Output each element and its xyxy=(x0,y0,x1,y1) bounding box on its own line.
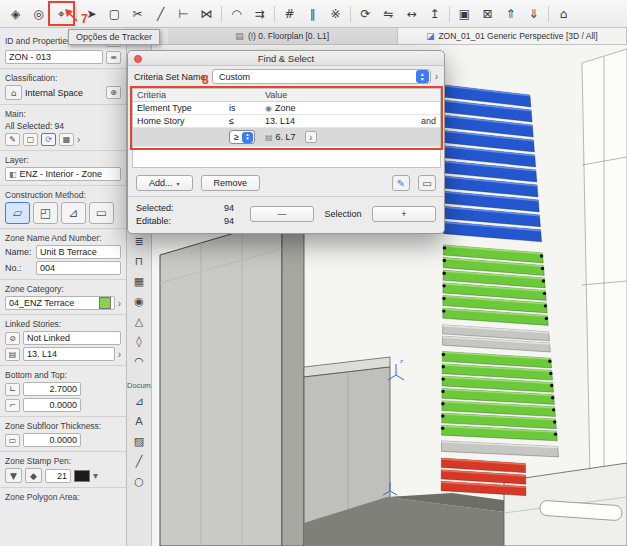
stamp-pen-caret-icon[interactable]: ▾ xyxy=(93,470,98,481)
stamp-pen-style-icon[interactable]: ▼ xyxy=(5,468,22,483)
pen-settings-icon[interactable]: ✎ xyxy=(5,133,20,146)
mirror-icon[interactable]: ⇋ xyxy=(377,3,400,25)
add-to-selection-button[interactable]: + xyxy=(372,206,436,222)
circle-tool-icon[interactable]: ○ xyxy=(130,473,148,490)
adjust-icon[interactable]: ⊢ xyxy=(172,3,195,25)
refresh-selection-icon[interactable]: ⟳ xyxy=(41,133,56,146)
classification-value[interactable]: Internal Space xyxy=(25,88,103,98)
morph-tool-icon[interactable]: ◊ xyxy=(130,333,148,350)
stretch-icon[interactable]: ↔ xyxy=(400,3,423,25)
selection-handle[interactable] xyxy=(542,279,545,282)
subfloor-input[interactable] xyxy=(23,433,81,447)
lock-icon[interactable]: ⊠ xyxy=(476,3,499,25)
layout-settings-icon[interactable]: ▦ xyxy=(59,133,74,146)
dimension-tool-icon[interactable]: ⊿ xyxy=(130,393,148,410)
criteria-row-element-type[interactable]: Element Type is ◉ Zone xyxy=(133,102,440,115)
zone-id-input[interactable] xyxy=(5,50,103,64)
intersect-icon[interactable]: ⋈ xyxy=(195,3,218,25)
selection-handle[interactable] xyxy=(545,317,548,320)
snap-points-icon[interactable]: ※ xyxy=(324,3,347,25)
selection-handle[interactable] xyxy=(443,259,446,262)
construction-method-3-button[interactable]: ⊿ xyxy=(61,202,86,224)
move-icon[interactable]: ◈ xyxy=(4,3,27,25)
mesh-tool-icon[interactable]: △ xyxy=(130,313,148,330)
curtain-wall-tool-icon[interactable]: ▦ xyxy=(130,273,148,290)
selection-handle[interactable] xyxy=(443,246,446,249)
group-icon[interactable]: ▣ xyxy=(453,3,476,25)
selection-handle[interactable] xyxy=(548,360,551,363)
shell-tool-icon[interactable]: ◠ xyxy=(130,353,148,370)
selection-handle[interactable] xyxy=(543,292,546,295)
selection-handle[interactable] xyxy=(442,365,445,368)
deselect-button[interactable]: — xyxy=(250,206,314,222)
category-expand-icon[interactable]: › xyxy=(118,298,121,309)
selection-handle[interactable] xyxy=(540,254,543,257)
zone-name-input[interactable] xyxy=(36,245,121,259)
home-icon[interactable]: ⌂ xyxy=(552,3,575,25)
selection-handle[interactable] xyxy=(549,372,552,375)
marquee-select-icon[interactable]: ▢ xyxy=(103,3,126,25)
unlink-icon[interactable]: ⊘ xyxy=(5,332,20,345)
selection-handle[interactable] xyxy=(441,390,444,393)
railing-tool-icon[interactable]: ⊓ xyxy=(130,253,148,270)
send-backward-icon[interactable]: ⇓ xyxy=(522,3,545,25)
selection-handle[interactable] xyxy=(552,408,555,411)
marquee-settings-icon[interactable]: ▢ xyxy=(23,133,38,146)
line-tool-icon[interactable]: ╱ xyxy=(130,453,148,470)
dialog-title-bar[interactable]: Find & Select xyxy=(128,51,444,66)
guide-lines-icon[interactable]: ∥ xyxy=(301,3,324,25)
operator-dropdown[interactable]: ≥ ▲▼ xyxy=(229,130,255,144)
selection-handle[interactable] xyxy=(541,267,544,270)
home-story-dropdown[interactable]: 13. L14 xyxy=(23,347,115,361)
zone-number-input[interactable] xyxy=(36,261,121,275)
selection-handle[interactable] xyxy=(554,432,557,435)
construction-method-2-button[interactable]: ◰ xyxy=(33,202,58,224)
id-options-icon[interactable]: ≡ xyxy=(106,51,121,64)
fill-tool-icon[interactable]: ▨ xyxy=(130,433,148,450)
selection-handle[interactable] xyxy=(550,384,553,387)
selection-handle[interactable] xyxy=(441,414,444,417)
zone-category-dropdown[interactable]: 04_ENZ Terrace xyxy=(5,296,115,310)
criteria-set-expand-icon[interactable]: › xyxy=(435,71,438,82)
home-story-icon[interactable]: ▤ xyxy=(5,348,20,361)
classification-action-icon[interactable]: ⊕ xyxy=(106,86,121,99)
eyedropper-icon[interactable]: ✎ xyxy=(392,175,410,191)
close-icon[interactable] xyxy=(134,55,142,63)
construction-method-1-button[interactable]: ▱ xyxy=(5,202,30,224)
trim-icon[interactable]: ✂ xyxy=(126,3,149,25)
offset-icon[interactable]: ⇉ xyxy=(248,3,271,25)
selection-handle[interactable] xyxy=(544,304,547,307)
selection-handle[interactable] xyxy=(553,420,556,423)
linked-stories-dropdown[interactable]: Not Linked xyxy=(23,331,121,345)
zone-tool-icon[interactable]: ◉ xyxy=(130,293,148,310)
internal-space-icon[interactable]: ⌂ xyxy=(5,85,22,100)
main-expand-icon[interactable]: › xyxy=(77,134,80,145)
marquee-arrow-icon[interactable]: ▭ xyxy=(418,175,436,191)
selection-handle[interactable] xyxy=(441,402,444,405)
bring-forward-icon[interactable]: ⇑ xyxy=(499,3,522,25)
top-offset-input[interactable] xyxy=(23,398,81,412)
stair-tool-icon[interactable]: ≣ xyxy=(130,233,148,250)
bottom-offset-input[interactable] xyxy=(23,382,81,396)
fillet-icon[interactable]: ◠ xyxy=(225,3,248,25)
rotate-icon[interactable]: ⟳ xyxy=(354,3,377,25)
text-tool-icon[interactable]: A xyxy=(130,413,148,430)
home-story-expand-icon[interactable]: › xyxy=(118,349,121,360)
tab-perspective[interactable]: ◪ ZON_01_01 Generic Perspective [3D / Al… xyxy=(398,28,627,44)
split-icon[interactable]: ╱ xyxy=(149,3,172,25)
criteria-row-selected[interactable]: ≥ ▲▼ ▤ 6. L7 › xyxy=(133,128,440,147)
selection-handle[interactable] xyxy=(441,427,444,430)
criteria-set-dropdown[interactable]: Custom ▲▼ xyxy=(212,69,431,84)
zoom-options-icon[interactable]: ◎ xyxy=(27,3,50,25)
selection-handle[interactable] xyxy=(442,353,445,356)
selection-handle[interactable] xyxy=(442,297,445,300)
remove-criteria-button[interactable]: Remove xyxy=(201,175,261,191)
tab-floorplan[interactable]: ▤ (!) 0. Floorplan [0. L1] xyxy=(168,28,398,44)
selection-handle[interactable] xyxy=(441,377,444,380)
grid-snap-icon[interactable]: # xyxy=(278,3,301,25)
stamp-pen-color-swatch[interactable] xyxy=(74,470,90,482)
layer-dropdown[interactable]: ◧ ENZ - Interior - Zone xyxy=(5,167,121,181)
value-expand-icon[interactable]: › xyxy=(305,131,317,143)
stamp-pen-style2-icon[interactable]: ◆ xyxy=(25,468,42,483)
stamp-pen-number-input[interactable] xyxy=(45,469,71,483)
